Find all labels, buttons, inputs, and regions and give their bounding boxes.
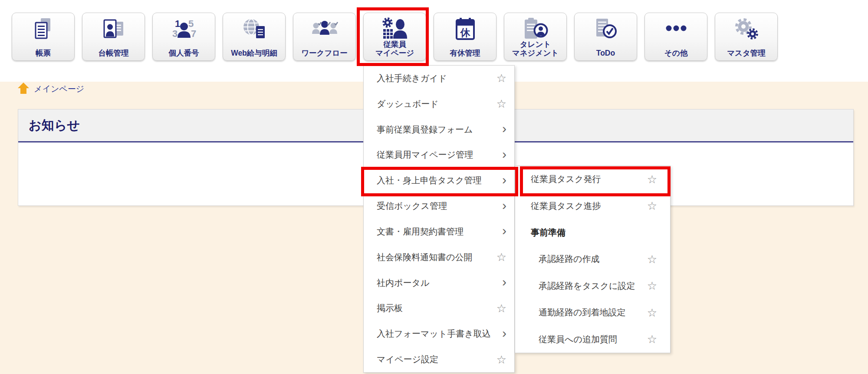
menu-item-mypage-settings[interactable]: マイページ設定 ☆ [364, 347, 514, 372]
documents-icon [12, 16, 74, 43]
submenu-item-approval-route-assign[interactable]: 承認経路をタスクに設定 ☆ [515, 273, 670, 299]
menu-item-label: ダッシュボード [377, 98, 439, 110]
toolbar-button-todo[interactable]: ToDo [574, 13, 637, 61]
menu-item-handwriting-import[interactable]: 入社フォーマット手書き取込 › [364, 321, 514, 347]
menu-item-label: 従業員用マイページ管理 [377, 149, 473, 161]
web-payslip-icon [223, 16, 285, 43]
favorite-star-icon[interactable]: ☆ [496, 303, 506, 314]
toolbar-button-others[interactable]: その他 [644, 13, 707, 61]
menu-item-employee-mypage-management[interactable]: 従業員用マイページ管理 › [364, 142, 514, 168]
menu-item-onboarding-task-management[interactable]: 入社・身上申告タスク管理 › [364, 168, 514, 193]
breadcrumb[interactable]: メインページ [17, 82, 84, 96]
svg-text:7: 7 [191, 28, 196, 39]
submenu-header-label: 事前準備 [531, 227, 566, 238]
favorite-star-icon[interactable]: ☆ [496, 252, 506, 263]
favorite-star-icon[interactable]: ☆ [647, 174, 657, 185]
submenu-item-label: 従業員タスク発行 [531, 173, 601, 185]
toolbar-button-label: Web給与明細 [223, 49, 285, 57]
home-icon [17, 82, 30, 96]
chevron-right-icon: › [502, 224, 506, 237]
toolbar-button-leave-management[interactable]: 休 有休管理 [434, 13, 496, 61]
app-screen: 帳票 台帳管理 1 5 3 [0, 0, 868, 374]
favorite-star-icon[interactable]: ☆ [647, 200, 657, 212]
toolbar-button-my-number[interactable]: 1 5 3 7 個人番号 [152, 13, 215, 61]
chevron-right-icon: › [502, 199, 506, 212]
favorite-star-icon[interactable]: ☆ [496, 354, 506, 365]
toolbar-button-employee-mypage[interactable]: 従業員マイページ [363, 13, 426, 61]
ledger-card-icon [82, 16, 145, 43]
submenu-item-label: 通勤経路の到着地設定 [539, 307, 625, 318]
chevron-right-icon: › [502, 327, 506, 340]
menu-item-label: 社内ポータル [377, 277, 429, 289]
toolbar-button-label: 従業員マイページ [364, 40, 426, 57]
submenu-item-commute-route-destination[interactable]: 通勤経路の到着地設定 ☆ [515, 299, 670, 326]
menu-item-onboarding-guide[interactable]: 入社手続きガイド ☆ [364, 66, 514, 91]
menu-item-label: 入社手続きガイド [377, 73, 447, 84]
chevron-right-icon: › [502, 173, 506, 186]
more-dots-icon [645, 16, 707, 43]
task-management-submenu: 従業員タスク発行 ☆ 従業員タスク進捗 ☆ 事前準備 承認経路の作成 ☆ 承認経… [515, 165, 671, 353]
menu-item-pre-employee-registration-form[interactable]: 事前従業員登録フォーム › [364, 117, 514, 142]
menu-item-bulletin-board[interactable]: 掲示板 ☆ [364, 295, 514, 321]
chevron-right-icon: › [502, 275, 506, 288]
toolbar-button-forms[interactable]: 帳票 [12, 13, 75, 61]
menu-item-label: 社会保険料通知書の公開 [377, 252, 472, 263]
employee-mypage-icon [364, 16, 426, 43]
svg-text:3: 3 [172, 28, 177, 39]
toolbar-button-ledger[interactable]: 台帳管理 [82, 13, 145, 61]
menu-item-company-portal[interactable]: 社内ポータル › [364, 270, 514, 296]
employee-mypage-dropdown-menu: 入社手続きガイド ☆ ダッシュボード ☆ 事前従業員登録フォーム › 従業員用マ… [363, 65, 515, 373]
toolbar-button-label: 有休管理 [434, 49, 496, 57]
submenu-item-label: 従業員への追加質問 [539, 334, 617, 345]
submenu-item-approval-route-create[interactable]: 承認経路の作成 ☆ [515, 246, 670, 272]
menu-item-label: 入社フォーマット手書き取込 [377, 328, 491, 340]
svg-text:5: 5 [188, 18, 193, 29]
menu-item-label: 掲示板 [377, 302, 403, 314]
svg-text:休: 休 [460, 27, 470, 38]
submenu-item-employee-task-progress[interactable]: 従業員タスク進捗 ☆ [515, 192, 670, 219]
favorite-star-icon[interactable]: ☆ [647, 307, 657, 318]
submenu-header-preparation: 事前準備 [515, 219, 670, 246]
toolbar-button-label: ToDo [575, 49, 637, 57]
menu-item-label: 入社・身上申告タスク管理 [377, 175, 481, 186]
toolbar-button-label: マスタ管理 [715, 49, 777, 57]
menu-item-label: 事前従業員登録フォーム [377, 124, 473, 136]
breadcrumb-label: メインページ [34, 83, 84, 95]
submenu-item-employee-task-issue[interactable]: 従業員タスク発行 ☆ [515, 166, 670, 192]
page-title: お知らせ [29, 117, 80, 134]
favorite-star-icon[interactable]: ☆ [647, 280, 657, 291]
menu-item-dashboard[interactable]: ダッシュボード ☆ [364, 91, 514, 117]
menu-item-document-contract-management[interactable]: 文書・雇用契約書管理 › [364, 219, 514, 245]
master-gears-icon [715, 16, 777, 43]
toolbar-button-label: その他 [645, 49, 707, 57]
toolbar-button-label: 台帳管理 [82, 49, 145, 57]
submenu-item-label: 承認経路の作成 [539, 253, 599, 265]
todo-check-icon [575, 16, 637, 43]
toolbar-button-label: 帳票 [12, 49, 74, 57]
favorite-star-icon[interactable]: ☆ [496, 98, 506, 109]
chevron-right-icon: › [502, 148, 506, 161]
talent-management-icon [504, 16, 566, 43]
submenu-item-employee-additional-questions[interactable]: 従業員への追加質問 ☆ [515, 326, 670, 353]
menu-item-label: 受信ボックス管理 [377, 200, 447, 212]
toolbar-button-master-management[interactable]: マスタ管理 [715, 13, 778, 61]
menu-item-insurance-notice-publication[interactable]: 社会保険料通知書の公開 ☆ [364, 245, 514, 270]
toolbar-button-label: ワークフロー [293, 49, 355, 57]
toolbar-button-talent-management[interactable]: タレントマネジメント [504, 13, 567, 61]
favorite-star-icon[interactable]: ☆ [647, 254, 657, 265]
menu-item-label: マイページ設定 [377, 354, 438, 365]
toolbar-button-workflow[interactable]: ワークフロー [293, 13, 356, 61]
chevron-right-icon: › [502, 122, 506, 135]
workflow-icon [293, 16, 355, 43]
submenu-item-label: 承認経路をタスクに設定 [539, 280, 635, 292]
favorite-star-icon[interactable]: ☆ [647, 334, 657, 345]
toolbar-button-label: タレントマネジメント [504, 40, 566, 57]
toolbar-button-web-payslip[interactable]: Web給与明細 [223, 13, 286, 61]
submenu-item-label: 従業員タスク進捗 [531, 200, 601, 212]
favorite-star-icon[interactable]: ☆ [496, 73, 506, 84]
leave-calendar-icon: 休 [434, 16, 496, 43]
toolbar-button-label: 個人番号 [153, 49, 215, 57]
menu-item-label: 文書・雇用契約書管理 [377, 226, 464, 238]
menu-item-inbox-management[interactable]: 受信ボックス管理 › [364, 193, 514, 219]
svg-text:1: 1 [174, 18, 180, 29]
